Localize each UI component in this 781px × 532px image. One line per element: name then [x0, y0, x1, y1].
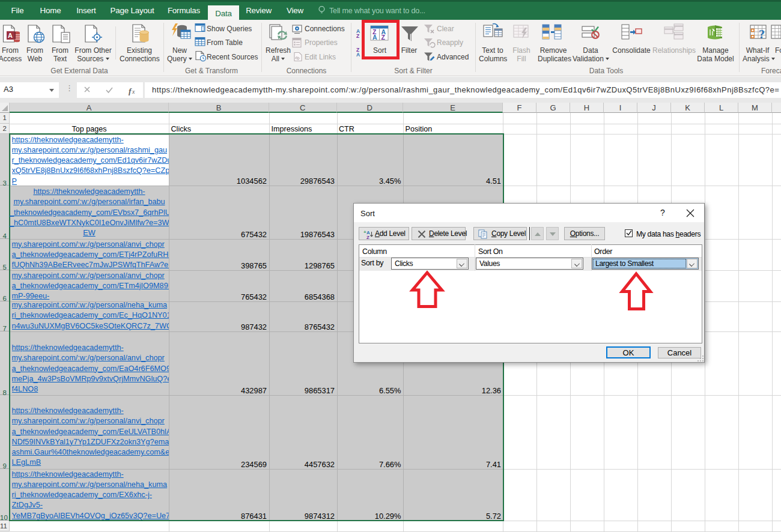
svg-text:?: ?: [759, 28, 765, 41]
svg-text:A: A: [356, 52, 360, 58]
svg-text:A: A: [8, 32, 13, 39]
svg-text:Z: Z: [356, 33, 359, 39]
svg-text:Z: Z: [366, 235, 369, 240]
svg-text:x: x: [132, 88, 135, 95]
